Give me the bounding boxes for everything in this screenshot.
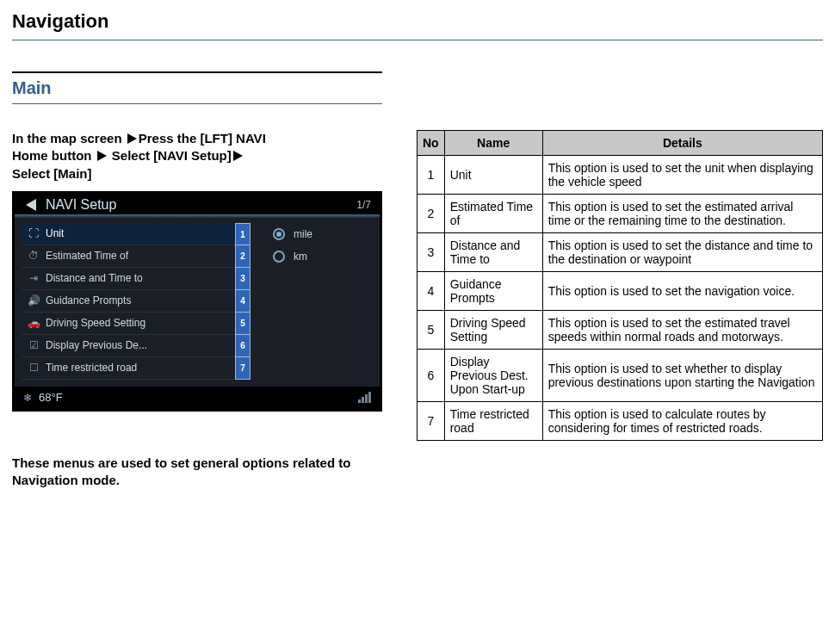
arrow-right-icon xyxy=(97,151,107,161)
menu-item-label: Guidance Prompts xyxy=(46,294,131,307)
table-row: 5 Driving Speed Setting This option is u… xyxy=(418,311,823,350)
cell-no: 6 xyxy=(418,350,445,402)
arrow-right-icon xyxy=(233,151,243,161)
instr-fragment: Select [NAVI Setup] xyxy=(112,148,232,163)
device-menu-list: ⛶Unit ⏱Estimated Time of ⇥Distance and T… xyxy=(22,223,235,380)
grid-icon: ⛶ xyxy=(25,227,42,239)
menu-item-unit[interactable]: ⛶Unit xyxy=(22,223,235,245)
menu-item-prompts[interactable]: 🔊Guidance Prompts xyxy=(22,290,235,313)
cell-no: 3 xyxy=(418,233,445,272)
cell-name: Distance and Time to xyxy=(444,233,542,272)
cell-name: Estimated Time of xyxy=(444,195,542,233)
menu-item-eta[interactable]: ⏱Estimated Time of xyxy=(22,245,235,268)
section-rule-bottom xyxy=(12,103,382,104)
page-title: Navigation xyxy=(12,10,823,33)
callout-badge: 4 xyxy=(235,290,251,313)
menu-item-label: Unit xyxy=(46,227,64,239)
callout-badge: 6 xyxy=(235,335,251,357)
device-screenshot: NAVI Setup 1/7 ⛶Unit ⏱Estimated Time of … xyxy=(12,191,382,412)
radio-option-km[interactable]: km xyxy=(273,245,373,268)
device-title: NAVI Setup xyxy=(46,197,116,213)
menu-item-prevdest[interactable]: ☑Display Previous De... xyxy=(22,335,235,357)
table-row: 3 Distance and Time to This option is us… xyxy=(418,233,823,272)
table-row: 7 Time restricted road This option is us… xyxy=(418,402,823,441)
page-indicator: 1/7 xyxy=(356,199,371,211)
instruction-text: In the map screen Press the [LFT] NAVI H… xyxy=(12,130,382,183)
checkbox-checked-icon: ☑ xyxy=(25,339,42,351)
menu-item-label: Estimated Time of xyxy=(46,250,128,262)
cell-details: This option is used to set the unit when… xyxy=(542,156,822,195)
cell-name: Guidance Prompts xyxy=(444,272,542,311)
cell-no: 7 xyxy=(418,402,445,441)
thermometer-icon: ❄ xyxy=(23,392,32,404)
checkbox-empty-icon: ☐ xyxy=(25,362,42,374)
cell-details: This option is used to set the estimated… xyxy=(542,311,822,350)
col-header-name: Name xyxy=(444,131,542,156)
cell-details: This option is used to set the estimated… xyxy=(542,195,822,233)
instr-fragment: Select [Main] xyxy=(12,166,92,181)
menu-item-label: Distance and Time to xyxy=(46,272,143,284)
cell-details: This option is used to set whether to di… xyxy=(542,350,822,402)
cell-no: 4 xyxy=(418,272,445,311)
radio-label: km xyxy=(294,251,307,263)
radio-option-mile[interactable]: mile xyxy=(273,223,373,245)
back-icon xyxy=(26,199,36,211)
table-row: 1 Unit This option is used to set the un… xyxy=(418,156,823,195)
callout-column: 1 2 3 4 5 6 7 xyxy=(235,223,252,380)
device-titlebar: NAVI Setup 1/7 xyxy=(15,194,380,214)
radio-icon xyxy=(273,251,285,263)
reference-table: No Name Details 1 Unit This option is us… xyxy=(417,130,823,441)
clock-icon: ⏱ xyxy=(25,250,42,262)
distance-icon: ⇥ xyxy=(25,272,42,284)
menu-item-timerestrict[interactable]: ☐Time restricted road xyxy=(22,357,235,380)
signal-icon xyxy=(358,392,371,403)
left-column: In the map screen Press the [LFT] NAVI H… xyxy=(12,130,382,489)
callout-badge: 7 xyxy=(235,357,251,380)
menu-item-distance[interactable]: ⇥Distance and Time to xyxy=(22,268,235,290)
back-button[interactable] xyxy=(22,197,40,213)
temperature-value: 68°F xyxy=(39,391,63,404)
right-column: No Name Details 1 Unit This option is us… xyxy=(417,130,823,489)
menu-item-label: Driving Speed Setting xyxy=(46,317,145,329)
callout-badge: 5 xyxy=(235,313,251,335)
menu-item-label: Time restricted road xyxy=(46,362,137,374)
car-icon: 🚗 xyxy=(25,317,42,329)
radio-label: mile xyxy=(294,228,312,240)
table-row: 2 Estimated Time of This option is used … xyxy=(418,195,823,233)
table-row: 4 Guidance Prompts This option is used t… xyxy=(418,272,823,311)
radio-column: mile km xyxy=(252,223,373,380)
device-statusbar: ❄ 68°F xyxy=(15,387,380,409)
section-rule-top xyxy=(12,71,382,73)
instr-fragment: Home button xyxy=(12,148,91,163)
callout-badge: 2 xyxy=(235,245,251,268)
cell-no: 5 xyxy=(418,311,445,350)
callout-badge: 3 xyxy=(235,268,251,290)
table-row: 6 Display Previous Dest. Upon Start-up T… xyxy=(418,350,823,402)
cell-details: This option is used to set the navigatio… xyxy=(542,272,822,311)
arrow-right-icon xyxy=(127,133,137,144)
section-title: Main xyxy=(12,78,823,98)
menu-item-label: Display Previous De... xyxy=(46,339,147,351)
cell-no: 2 xyxy=(418,195,445,233)
cell-no: 1 xyxy=(418,156,445,195)
header-rule xyxy=(12,40,823,40)
menu-item-speed[interactable]: 🚗Driving Speed Setting xyxy=(22,313,235,335)
instr-fragment: In the map screen xyxy=(12,131,122,146)
cell-name: Driving Speed Setting xyxy=(444,311,542,350)
cell-details: This option is used to calculate routes … xyxy=(542,402,822,441)
radio-icon xyxy=(273,228,285,240)
callout-badge: 1 xyxy=(235,223,251,245)
instr-fragment: Press the [LFT] NAVI xyxy=(139,131,266,146)
left-description: These menus are used to set general opti… xyxy=(12,455,382,490)
cell-name: Display Previous Dest. Upon Start-up xyxy=(444,350,542,402)
cell-name: Unit xyxy=(444,156,542,195)
col-header-no: No xyxy=(418,131,445,156)
cell-name: Time restricted road xyxy=(444,402,542,441)
table-header-row: No Name Details xyxy=(418,131,823,156)
speaker-icon: 🔊 xyxy=(25,294,42,307)
col-header-details: Details xyxy=(542,131,822,156)
document-page: Navigation Main In the map screen Press … xyxy=(0,0,835,498)
cell-details: This option is used to set the distance … xyxy=(542,233,822,272)
